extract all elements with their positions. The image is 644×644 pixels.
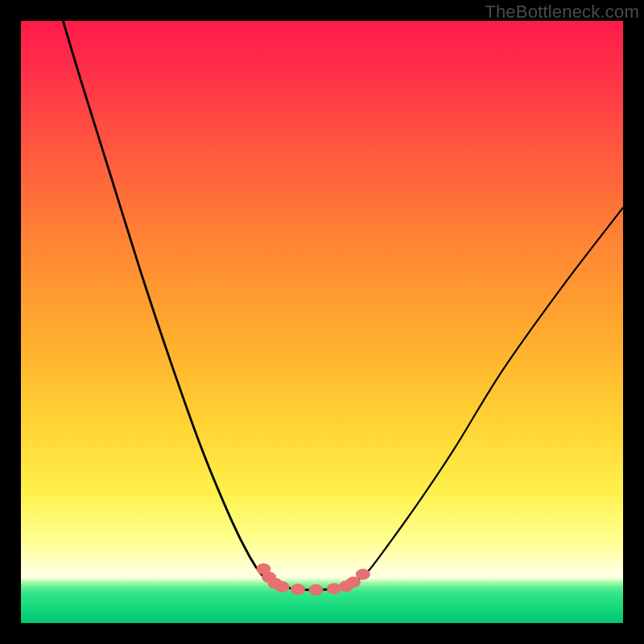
floor-marker-4 [327,583,341,594]
curve-right-curve [352,208,623,584]
floor-marker-1 [275,581,290,592]
curve-group [63,21,623,590]
outer-frame: TheBottleneck.com [0,0,644,644]
right-marker-2 [356,568,370,580]
floor-marker-5 [339,580,353,592]
chart-svg [21,21,623,623]
floor-marker-3 [309,584,324,596]
marker-group [256,564,369,596]
floor-marker-2 [291,584,305,595]
watermark-text: TheBottleneck.com [485,2,639,23]
curve-left-curve [63,21,274,583]
